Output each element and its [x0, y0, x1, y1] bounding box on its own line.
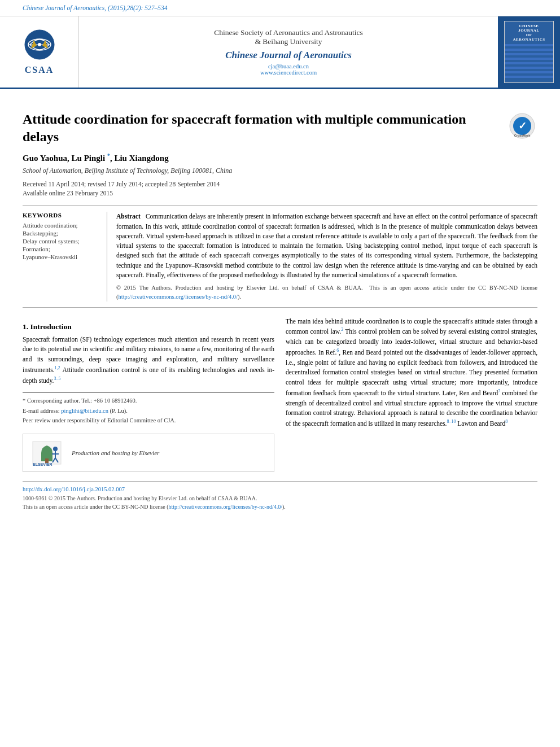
keyword-1: Attitude coordination;: [23, 222, 100, 229]
keywords-title: KEYWORDS: [23, 212, 100, 219]
cc-license-link[interactable]: http://creativecommons.org/licenses/by-n…: [119, 294, 238, 300]
received-dates: Received 11 April 2014; revised 17 July …: [23, 181, 537, 187]
footnote-email: E-mail address: pinglihi@bit.edu.cn (P. …: [23, 407, 274, 415]
journal-cover-image: CHINESEJOURNALOFAERONAUTICS: [504, 21, 554, 83]
csaa-logo: CSAA: [20, 29, 59, 75]
page-footer: http://dx.doi.org/10.1016/j.cja.2015.02.…: [23, 481, 537, 511]
svg-text:✓: ✓: [518, 120, 527, 132]
svg-point-10: [53, 447, 58, 451]
keyword-5: Lyapunov–Krasovskii: [23, 254, 100, 260]
intro-left-text: Spacecraft formation (SF) technology exp…: [23, 335, 274, 386]
keywords-column: KEYWORDS Attitude coordination; Backstep…: [23, 212, 107, 301]
article-title-text: Attitude coordination for spacecraft for…: [23, 111, 509, 146]
keyword-2: Backstepping;: [23, 230, 100, 237]
body-col-left: 1. Introduction Spacecraft formation (SF…: [23, 317, 274, 472]
elsevier-logo-icon: ELSEVIER: [30, 439, 64, 467]
society-name: Chinese Society of Aeronautics and Astro…: [214, 28, 363, 46]
journal-website-link[interactable]: www.sciencedirect.com: [260, 69, 317, 76]
svg-text:ELSEVIER: ELSEVIER: [33, 462, 53, 466]
section-divider: [23, 307, 537, 308]
footnote-corresponding: * Corresponding author. Tel.: +86 10 689…: [23, 396, 274, 405]
csaa-emblem-icon: [20, 29, 59, 63]
contact-links: cja@buaa.edu.cn www.sciencedirect.com: [260, 63, 317, 76]
footer-license: This is an open access article under the…: [23, 503, 537, 511]
footnote-box: * Corresponding author. Tel.: +86 10 689…: [23, 392, 274, 425]
intro-section-title: 1. Introduction: [23, 322, 274, 331]
footnote-peer-review: Peer review under responsibility of Edit…: [23, 416, 274, 425]
keyword-3: Delay control systems;: [23, 238, 100, 244]
csaa-logo-container: CSAA: [0, 16, 79, 88]
crossmark-icon[interactable]: ✓ CrossMark: [509, 113, 537, 141]
elsevier-production-box: ELSEVIER Production and hosting by Elsev…: [23, 434, 274, 472]
doi-link[interactable]: http://dx.doi.org/10.1016/j.cja.2015.02.…: [23, 486, 537, 492]
journal-cover-container: CHINESEJOURNALOFAERONAUTICS: [498, 16, 560, 88]
journal-header: CSAA Chinese Society of Aeronautics and …: [0, 16, 560, 89]
author-email-link[interactable]: pinglihi@bit.edu.cn: [61, 408, 108, 414]
available-online: Available online 23 February 2015: [23, 190, 537, 196]
footer-cc-link[interactable]: http://creativecommons.org/licenses/by-n…: [169, 504, 282, 510]
header-center: Chinese Society of Aeronautics and Astro…: [79, 16, 498, 88]
top-link-bar: Chinese Journal of Aeronautics, (2015),2…: [0, 0, 560, 16]
svg-text:CrossMark: CrossMark: [514, 134, 531, 137]
body-columns: 1. Introduction Spacecraft formation (SF…: [23, 317, 537, 472]
main-content: Attitude coordination for spacecraft for…: [0, 89, 560, 522]
journal-title-header: Chinese Journal of Aeronautics: [225, 50, 352, 61]
elsevier-production-text: Production and hosting by Elsevier: [72, 449, 159, 456]
abstract-text: Abstract Communication delays are inhere…: [116, 212, 537, 280]
abstract-section: KEYWORDS Attitude coordination; Backstep…: [23, 206, 537, 301]
intro-right-text: The main idea behind attitude coordinati…: [286, 317, 537, 429]
csaa-text: CSAA: [25, 65, 54, 75]
copyright-line: © 2015 The Authors. Production and hosti…: [116, 283, 537, 302]
journal-citation-link[interactable]: Chinese Journal of Aeronautics, (2015),2…: [23, 5, 167, 11]
abstract-label: Abstract: [116, 213, 141, 220]
authors-line: Guo Yaohua, Lu Pingli *, Liu Xiangdong: [23, 152, 537, 163]
affiliation-line: School of Automation, Beijing Institute …: [23, 167, 537, 175]
article-title-block: Attitude coordination for spacecraft for…: [23, 111, 537, 146]
journal-email-link[interactable]: cja@buaa.edu.cn: [268, 63, 309, 69]
body-col-right: The main idea behind attitude coordinati…: [286, 317, 537, 472]
footer-copyright: 1000-9361 © 2015 The Authors. Production…: [23, 494, 537, 503]
abstract-column: Abstract Communication delays are inhere…: [116, 212, 537, 301]
keyword-4: Formation;: [23, 246, 100, 252]
